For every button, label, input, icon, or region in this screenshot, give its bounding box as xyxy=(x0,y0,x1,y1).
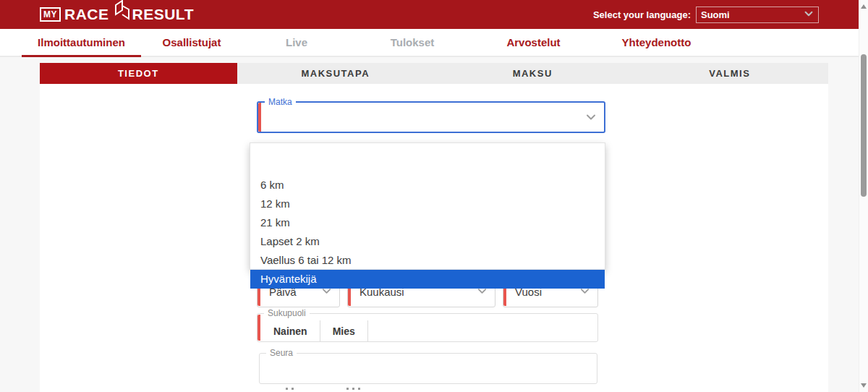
dropdown-option-hyvantekija[interactable]: Hyväntekijä xyxy=(250,270,605,289)
club-field[interactable]: Seura xyxy=(259,353,597,384)
raceresult-gate-icon xyxy=(114,0,131,25)
step-maksutapa[interactable]: MAKSUTAPA xyxy=(237,63,435,84)
chevron-down-icon xyxy=(585,111,597,126)
main-nav: Ilmoittautuminen Osallistujat Live Tulok… xyxy=(0,29,868,57)
step-bar: TIEDOT MAKSUTAPA MAKSU VALMIS xyxy=(40,63,828,84)
gender-options: Nainen Mies xyxy=(261,320,368,341)
required-marker xyxy=(258,103,261,132)
nav-item-tulokset[interactable]: Tulokset xyxy=(351,29,474,57)
nav-item-live[interactable]: Live xyxy=(242,29,351,57)
required-marker xyxy=(258,315,260,341)
gender-option-mies[interactable]: Mies xyxy=(320,320,368,341)
gender-field: Sukupuoli Nainen Mies xyxy=(257,313,598,342)
dropdown-option-empty[interactable] xyxy=(250,157,605,176)
nav-item-yhteydenotto[interactable]: Yhteydenotto xyxy=(593,29,720,57)
clipped-next-field-label xyxy=(286,388,373,392)
language-value: Suomi xyxy=(701,9,730,20)
language-select[interactable]: Suomi xyxy=(696,7,819,23)
distance-label: Matka xyxy=(265,97,296,107)
dropdown-option-21km[interactable]: 21 km xyxy=(250,213,605,232)
vertical-scrollbar[interactable] xyxy=(859,0,868,392)
scroll-down-icon[interactable] xyxy=(861,383,867,388)
logo-race-text: RACE xyxy=(64,6,109,23)
header-bar: MY RACE RESULT Select your language: Suo… xyxy=(0,0,868,29)
language-label: Select your language: xyxy=(593,9,691,20)
nav-item-arvostelut[interactable]: Arvostelut xyxy=(474,29,593,57)
dropdown-option-12km[interactable]: 12 km xyxy=(250,195,605,213)
scrollbar-thumb[interactable] xyxy=(861,54,867,197)
logo-result-text: RESULT xyxy=(132,6,194,23)
page: MY RACE RESULT Select your language: Suo… xyxy=(0,0,868,392)
nav-item-ilmoittautuminen[interactable]: Ilmoittautuminen xyxy=(22,29,141,57)
language-area: Select your language: Suomi xyxy=(593,0,819,29)
distance-dropdown-list: 6 km 12 km 21 km Lapset 2 km Vaellus 6 t… xyxy=(250,142,605,270)
dropdown-option-vaellus[interactable]: Vaellus 6 tai 12 km xyxy=(250,251,605,270)
scroll-up-icon[interactable] xyxy=(861,4,867,9)
step-valmis[interactable]: VALMIS xyxy=(631,63,829,84)
club-label: Seura xyxy=(266,348,297,358)
gender-option-nainen[interactable]: Nainen xyxy=(261,320,320,341)
dropdown-option-6km[interactable]: 6 km xyxy=(250,176,605,195)
distance-select[interactable]: Matka xyxy=(257,101,605,133)
step-tiedot[interactable]: TIEDOT xyxy=(40,63,237,84)
logo-my-badge: MY xyxy=(40,7,61,22)
gender-label: Sukupuoli xyxy=(264,308,310,318)
step-maksu[interactable]: MAKSU xyxy=(434,63,631,84)
dropdown-option-lapset-2km[interactable]: Lapset 2 km xyxy=(250,232,605,251)
chevron-down-icon xyxy=(804,9,814,21)
nav-item-osallistujat[interactable]: Osallistujat xyxy=(141,29,242,57)
raceresult-logo[interactable]: MY RACE RESULT xyxy=(40,4,194,25)
